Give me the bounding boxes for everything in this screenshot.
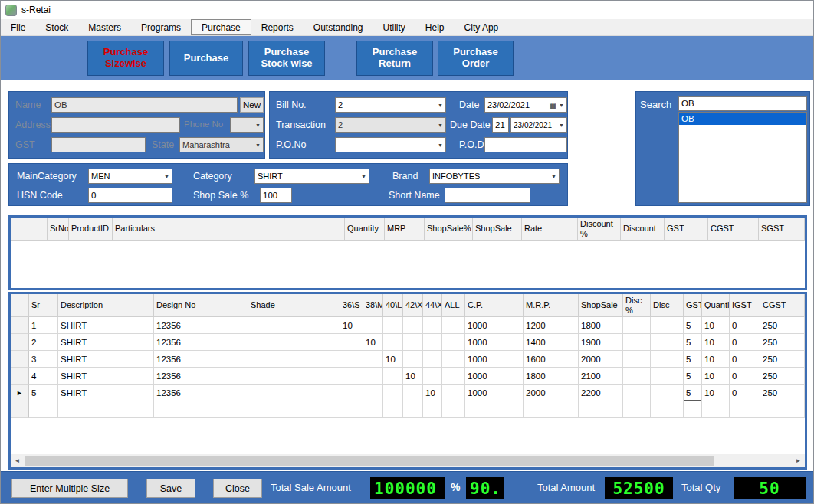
- grid-cell[interactable]: SHIRT: [58, 351, 154, 368]
- grid-cell[interactable]: [623, 401, 651, 418]
- grid-cell[interactable]: [154, 401, 248, 418]
- grid-cell[interactable]: 1600: [524, 351, 579, 368]
- column-header-shopsale[interactable]: ShopSale%: [425, 218, 473, 241]
- grid-cell[interactable]: [442, 368, 465, 385]
- grid-cell[interactable]: 0: [730, 385, 760, 401]
- row-selector-header[interactable]: [11, 218, 48, 241]
- menu-item-help[interactable]: Help: [415, 19, 455, 35]
- grid-cell[interactable]: 2200: [579, 385, 623, 401]
- horizontal-scrollbar[interactable]: ◄ ►: [11, 454, 805, 467]
- main-category-combo[interactable]: MEN ▼: [88, 169, 172, 184]
- bill-no-combo[interactable]: 2 ▼: [335, 97, 446, 113]
- scroll-left-icon[interactable]: ◄: [11, 454, 24, 467]
- grid-cell[interactable]: [340, 385, 363, 401]
- grid-cell[interactable]: [423, 368, 442, 385]
- grid-cell[interactable]: [403, 351, 423, 368]
- grid-cell[interactable]: 10: [702, 368, 730, 385]
- transaction-combo[interactable]: 2 ▼: [335, 117, 446, 133]
- grid-cell[interactable]: [623, 351, 651, 368]
- grid-cell[interactable]: [423, 401, 442, 418]
- grid-cell[interactable]: [442, 351, 465, 368]
- column-header-igst[interactable]: IGST: [730, 294, 760, 317]
- grid-cell[interactable]: [730, 401, 760, 418]
- column-header-shopsale[interactable]: ShopSale: [579, 294, 623, 317]
- column-header-cgst[interactable]: CGST: [708, 218, 759, 241]
- grid-cell[interactable]: [579, 401, 623, 418]
- grid-cell[interactable]: 250: [760, 317, 805, 334]
- grid-cell[interactable]: 2000: [524, 385, 579, 401]
- column-header-36-s[interactable]: 36\S: [340, 294, 363, 317]
- grid-cell[interactable]: 1400: [524, 334, 579, 351]
- grid-cell[interactable]: 5: [29, 385, 58, 401]
- menu-item-programs[interactable]: Programs: [131, 19, 191, 35]
- column-header-c-p[interactable]: C.P.: [465, 294, 524, 317]
- state-combo[interactable]: Maharashtra ▼: [179, 137, 264, 152]
- grid-cell[interactable]: 250: [760, 368, 805, 385]
- grid-cell[interactable]: 2000: [579, 351, 623, 368]
- grid-cell[interactable]: 0: [730, 351, 760, 368]
- column-header-shade[interactable]: Shade: [248, 294, 340, 317]
- grid-cell[interactable]: [363, 385, 383, 401]
- menu-item-outstanding[interactable]: Outstanding: [304, 19, 373, 35]
- brand-combo[interactable]: INFOBYTES ▼: [429, 169, 560, 184]
- grid-cell[interactable]: 10: [383, 351, 403, 368]
- grid-cell[interactable]: [363, 351, 383, 368]
- due-days-input[interactable]: [492, 117, 509, 133]
- grid-cell[interactable]: 12356: [154, 351, 248, 368]
- search-result-item[interactable]: OB: [679, 113, 806, 125]
- grid-cell[interactable]: 1000: [465, 368, 524, 385]
- phone-combo[interactable]: ▼: [230, 117, 264, 133]
- row-selector[interactable]: [11, 351, 29, 368]
- grid-cell[interactable]: [423, 334, 442, 351]
- grid-cell[interactable]: [651, 368, 684, 385]
- grid-cell[interactable]: 1900: [579, 334, 623, 351]
- grid-cell[interactable]: [702, 401, 730, 418]
- name-input[interactable]: [51, 97, 238, 113]
- grid-cell[interactable]: 12356: [154, 385, 248, 401]
- due-date-picker[interactable]: 23/02/2021 ▼: [510, 117, 567, 133]
- grid-cell[interactable]: 12356: [154, 334, 248, 351]
- column-header-m-r-p[interactable]: M.R.P.: [524, 294, 579, 317]
- grid-cell[interactable]: 12356: [154, 317, 248, 334]
- menu-item-city-app[interactable]: City App: [455, 19, 509, 35]
- toolbar-button-purchase-sizewise[interactable]: Purchase Sizewise: [87, 41, 164, 76]
- menu-item-masters[interactable]: Masters: [78, 19, 131, 35]
- grid-cell[interactable]: [623, 334, 651, 351]
- grid-cell[interactable]: [423, 351, 442, 368]
- shop-sale-input[interactable]: [260, 188, 292, 203]
- scrollbar-thumb[interactable]: [25, 456, 714, 466]
- grid-cell[interactable]: 0: [730, 368, 760, 385]
- grid-cell[interactable]: [684, 401, 702, 418]
- grid-cell[interactable]: 250: [760, 385, 805, 401]
- grid-cell[interactable]: [403, 401, 423, 418]
- hsn-code-input[interactable]: [88, 188, 172, 203]
- grid-cell[interactable]: 2: [29, 334, 58, 351]
- grid-cell[interactable]: [248, 368, 340, 385]
- grid-cell[interactable]: [248, 334, 340, 351]
- grid-cell[interactable]: [340, 351, 363, 368]
- grid-cell[interactable]: [651, 334, 684, 351]
- gst-input[interactable]: [51, 137, 146, 152]
- grid-cell[interactable]: [524, 401, 579, 418]
- grid-cell[interactable]: [29, 401, 58, 418]
- grid-cell[interactable]: 1000: [465, 385, 524, 401]
- grid-cell[interactable]: 10: [702, 317, 730, 334]
- toolbar-button-purchase[interactable]: Purchase: [169, 41, 243, 76]
- grid-cell[interactable]: [623, 368, 651, 385]
- grid-cell[interactable]: [623, 385, 651, 401]
- grid-cell[interactable]: 250: [760, 351, 805, 368]
- toolbar-button-purchase-order[interactable]: Purchase Order: [438, 41, 514, 76]
- close-button[interactable]: Close: [213, 479, 262, 498]
- search-results-list[interactable]: OB: [678, 112, 807, 203]
- column-header-rate[interactable]: Rate: [522, 218, 578, 241]
- column-header-shopsale[interactable]: ShopSale: [473, 218, 522, 241]
- grid-cell[interactable]: 10: [702, 334, 730, 351]
- row-selector[interactable]: [11, 401, 29, 418]
- grid-cell[interactable]: 10: [702, 385, 730, 401]
- column-header-productid[interactable]: ProductID: [69, 218, 113, 241]
- active-row-pointer-icon[interactable]: ►: [11, 385, 29, 401]
- grid-cell[interactable]: [383, 385, 403, 401]
- column-header-disc[interactable]: Disc %: [623, 294, 651, 317]
- column-header-all[interactable]: ALL: [442, 294, 465, 317]
- grid-cell[interactable]: SHIRT: [58, 368, 154, 385]
